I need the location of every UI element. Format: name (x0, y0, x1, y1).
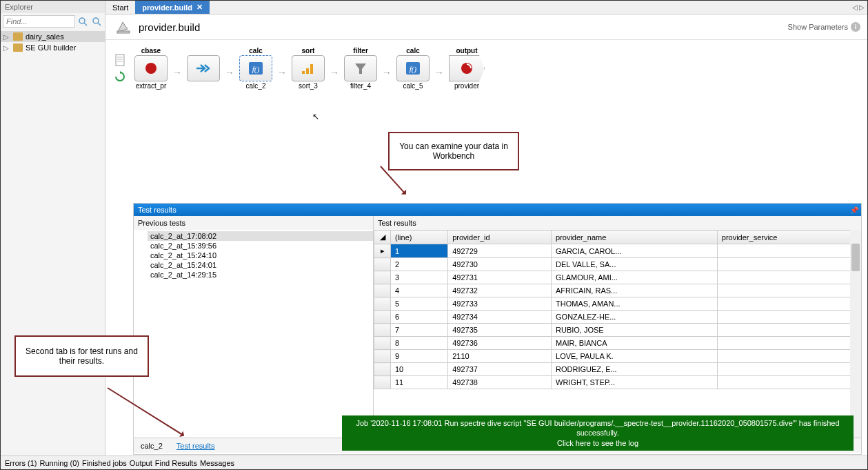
cell-provider_id: 492729 (448, 244, 552, 258)
node-output[interactable]: output provider (449, 47, 485, 90)
bottom-tab-test-results[interactable]: Test results (170, 440, 222, 452)
connector-icon: → (272, 59, 292, 86)
row-indicator (374, 311, 391, 324)
callout-second-tab: Second tab is for test runs and their re… (14, 335, 149, 377)
cell-provider_id: 492730 (448, 258, 552, 271)
workflow-flow: cbase extract_pr → → calc f() calc_2 → s… (134, 47, 485, 90)
node-forward[interactable] (187, 47, 220, 90)
cell-provider_name: GONZALEZ-HE... (552, 311, 718, 324)
results-grid: ◢ (line) provider_id provider_name provi… (374, 230, 861, 389)
prev-test-item[interactable]: calc_2_at_15:24:01 (148, 260, 373, 270)
row-indicator: ▸ (374, 244, 391, 258)
job-toast[interactable]: Job '2020-11-16 17:08:01 Run spectre div… (342, 415, 854, 451)
cell-provider_service (717, 284, 860, 297)
node-sort[interactable]: sort sort_3 (292, 47, 325, 90)
bottom-tab-calc-2[interactable]: calc_2 (134, 440, 170, 452)
cell-provider_name: GARCIA, CAROL... (552, 244, 718, 258)
prev-test-item[interactable]: calc_2_at_15:39:56 (148, 241, 373, 251)
cell-provider_id: 492732 (448, 284, 552, 297)
prev-test-item[interactable]: calc_2_at_14:29:15 (148, 270, 373, 280)
test-results-header: Test results 📌 (134, 204, 861, 216)
cell-line: 2 (391, 258, 448, 271)
show-parameters-link[interactable]: Show Parameters i (788, 22, 860, 32)
explorer-title: Explorer (1, 1, 105, 13)
row-indicator (374, 324, 391, 337)
explorer-tree: ▷ dairy_sales ▷ SE GUI builder (1, 30, 105, 55)
svg-rect-12 (302, 71, 305, 74)
node-calc-5[interactable]: calc f() calc_5 (396, 47, 430, 90)
search-options-icon[interactable] (90, 15, 103, 28)
cell-provider_service (717, 363, 860, 376)
cell-provider_service (717, 337, 860, 350)
row-indicator (374, 363, 391, 376)
node-calc-2[interactable]: calc f() calc_2 (239, 47, 272, 90)
cell-line: 1 (391, 244, 448, 258)
table-row[interactable]: 7492735RUBIO, JOSE (374, 324, 861, 337)
row-indicator (374, 258, 391, 271)
svg-rect-14 (310, 64, 313, 74)
prev-test-item[interactable]: calc_2_at_15:24:10 (148, 251, 373, 260)
cell-provider_name: MAIR, BIANCA (552, 337, 718, 350)
tree-item-se-gui-builder[interactable]: ▷ SE GUI builder (1, 42, 105, 53)
cell-provider_id: 492737 (448, 363, 552, 376)
table-row[interactable]: 6492734GONZALEZ-HE... (374, 311, 861, 324)
col-provider-id[interactable]: provider_id (448, 231, 552, 244)
cell-provider_service (717, 376, 860, 389)
status-messages[interactable]: Messages (200, 459, 234, 467)
find-row (1, 13, 105, 30)
status-bar: Errors (1) Running (0) Finished jobs Out… (1, 456, 867, 469)
tab-next-icon[interactable]: ▷ (859, 3, 865, 11)
table-row[interactable]: 3492731GLAMOUR, AMI... (374, 271, 861, 284)
row-indicator-header: ◢ (374, 231, 391, 244)
status-finished[interactable]: Finished jobs (82, 459, 127, 467)
search-icon[interactable] (77, 15, 89, 28)
tab-prev-icon[interactable]: ◁ (852, 3, 858, 11)
cell-provider_service (717, 324, 860, 337)
document-icon[interactable] (114, 54, 126, 66)
close-icon[interactable]: ✕ (196, 3, 203, 12)
tab-start[interactable]: Start (105, 1, 135, 14)
tree-item-dairy-sales[interactable]: ▷ dairy_sales (1, 31, 105, 42)
previous-tests-list: calc_2_at_17:08:02 calc_2_at_15:39:56 ca… (134, 230, 373, 438)
col-provider-service[interactable]: provider_service (717, 231, 860, 244)
refresh-icon[interactable] (114, 70, 126, 83)
table-row[interactable]: 11492738WRIGHT, STEP... (374, 376, 861, 389)
results-pane: Test results ◢ (line) provider_id provid… (374, 216, 861, 438)
cell-provider_name: AFRICAIN, RAS... (552, 284, 718, 297)
table-row[interactable]: 4492732AFRICAIN, RAS... (374, 284, 861, 297)
table-row[interactable]: ▸1492729GARCIA, CAROL... (374, 244, 861, 258)
row-indicator (374, 271, 391, 284)
table-row[interactable]: 2492730DEL VALLE, SA... (374, 258, 861, 271)
col-provider-name[interactable]: provider_name (552, 231, 718, 244)
svg-line-3 (98, 23, 101, 26)
tab-provider-build[interactable]: provider.build ✕ (135, 1, 210, 14)
svg-point-9 (145, 63, 157, 74)
pin-icon[interactable]: 📌 (850, 206, 858, 214)
cell-line: 9 (391, 350, 448, 363)
cell-line: 4 (391, 284, 448, 297)
status-output[interactable]: Output (130, 459, 152, 467)
callout-examine: You can examine your data in Workbench (388, 132, 519, 170)
status-running[interactable]: Running (0) (39, 459, 79, 467)
table-row[interactable]: 10492737RODRIGUEZ, E... (374, 363, 861, 376)
node-cbase[interactable]: cbase extract_pr (134, 47, 168, 90)
table-row[interactable]: 5492733THOMAS, AMAN... (374, 297, 861, 311)
table-row[interactable]: 92110LOVE, PAULA K. (374, 350, 861, 363)
table-row[interactable]: 8492736MAIR, BIANCA (374, 337, 861, 350)
folder-icon (13, 43, 23, 52)
cell-provider_service (717, 311, 860, 324)
prev-test-item[interactable]: calc_2_at_17:08:02 (148, 231, 373, 241)
svg-line-1 (84, 23, 87, 26)
tree-label: SE GUI builder (26, 43, 76, 52)
content-header: provider.build Show Parameters i (105, 14, 867, 40)
status-find-results[interactable]: Find Results (155, 459, 197, 467)
cell-provider_service (717, 258, 860, 271)
find-input[interactable] (3, 15, 75, 28)
scrollbar[interactable] (850, 230, 861, 438)
col-line[interactable]: (line) (391, 231, 448, 244)
page-title: provider.build (139, 21, 200, 33)
status-errors[interactable]: Errors (1) (5, 459, 37, 467)
connector-icon: → (430, 59, 449, 86)
node-filter[interactable]: filter filter_4 (344, 47, 377, 90)
cell-line: 8 (391, 337, 448, 350)
